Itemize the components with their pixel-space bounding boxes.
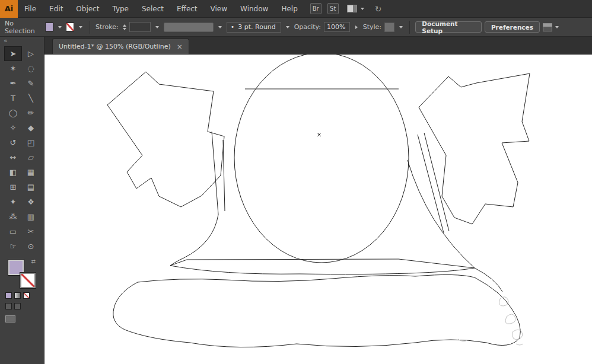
stock-button[interactable]: St <box>327 3 339 14</box>
brush-dot-icon: • <box>231 23 235 31</box>
artboard-tool-icon: ▭ <box>9 227 17 236</box>
swap-fill-stroke-icon[interactable]: ⇄ <box>31 258 36 264</box>
stroke-weight-field[interactable] <box>129 22 151 32</box>
document-tab[interactable]: Untitled-1* @ 150% (RGB/Outline) × <box>52 39 189 54</box>
center-point-mark[interactable] <box>317 133 321 136</box>
menu-help[interactable]: Help <box>275 0 304 18</box>
pen-tool[interactable]: ✒ <box>4 76 22 91</box>
bridge-button[interactable]: Br <box>310 3 322 14</box>
eyedropper-tool-icon: ✦ <box>10 197 17 206</box>
stroke-color-indicator[interactable] <box>20 273 36 288</box>
stroke-weight-stepper[interactable] <box>123 24 126 30</box>
gradient-mode-button[interactable] <box>14 292 21 299</box>
scale-tool-icon: ◰ <box>27 138 34 147</box>
brush-definition-dropdown[interactable]: • 3 pt. Round <box>227 22 281 33</box>
column-graph-tool[interactable]: ▥ <box>22 209 40 224</box>
outline-artwork[interactable] <box>44 55 592 364</box>
tab-close-icon[interactable]: × <box>177 43 183 51</box>
artboard-canvas[interactable] <box>44 55 592 364</box>
brush-chevron-down-icon[interactable] <box>284 23 291 32</box>
selection-tool[interactable]: ➤ <box>4 46 22 61</box>
free-transform-tool[interactable]: ▱ <box>22 150 40 165</box>
separator <box>409 21 410 34</box>
panel-options-icon[interactable] <box>543 23 552 31</box>
symbol-sprayer-tool[interactable]: ⁂ <box>4 209 22 224</box>
magic-wand-tool[interactable]: ✶ <box>4 61 22 76</box>
torso-right-path[interactable] <box>408 160 475 268</box>
screen-mode-button[interactable] <box>5 315 15 323</box>
rotate-tool-icon: ↺ <box>10 138 17 147</box>
pencil-tool[interactable]: ✎ <box>22 76 40 91</box>
blend-tool[interactable]: ❖ <box>22 194 40 209</box>
width-profile-dropdown[interactable] <box>164 23 214 32</box>
menu-type[interactable]: Type <box>106 0 135 18</box>
slice-tool[interactable]: ✂ <box>22 224 40 239</box>
left-wing-path[interactable] <box>107 72 224 207</box>
width-profile-chevron-down-icon[interactable] <box>217 23 224 32</box>
direct-selection-tool-icon: ▷ <box>28 49 34 58</box>
base-slab-path[interactable] <box>170 259 475 274</box>
document-tab-title: Untitled-1* @ 150% (RGB/Outline) <box>59 43 171 50</box>
panel-options-chevron-down-icon[interactable] <box>555 26 559 28</box>
document-setup-button[interactable]: Document Setup <box>415 21 482 33</box>
symbol-sprayer-tool-icon: ⁂ <box>9 212 17 221</box>
width-tool-icon: ↔ <box>10 153 17 162</box>
shape-builder-tool[interactable]: ◧ <box>4 165 22 180</box>
draw-normal-mode-button[interactable] <box>5 303 12 309</box>
slice-tool-icon: ✂ <box>28 227 34 236</box>
menu-select[interactable]: Select <box>135 0 170 18</box>
menu-object[interactable]: Object <box>69 0 106 18</box>
graphic-style-swatch[interactable] <box>384 23 394 32</box>
mesh-tool[interactable]: ⊞ <box>4 180 22 194</box>
shape-builder-tool-icon: ◧ <box>9 168 17 177</box>
color-mode-button[interactable] <box>5 292 12 299</box>
selection-status-label: No Selection <box>5 20 42 35</box>
opacity-input[interactable] <box>324 22 350 32</box>
direct-selection-tool[interactable]: ▷ <box>22 46 40 61</box>
fill-chevron-down-icon[interactable] <box>56 23 63 32</box>
style-label: Style: <box>363 23 381 31</box>
menu-view[interactable]: View <box>204 0 234 18</box>
eraser-tool[interactable]: ◆ <box>22 120 40 135</box>
menu-window[interactable]: Window <box>234 0 275 18</box>
perspective-grid-tool[interactable]: ▦ <box>22 165 40 180</box>
free-transform-tool-icon: ▱ <box>28 153 34 162</box>
zoom-tool-icon: ⊙ <box>28 242 34 251</box>
head-outline-path[interactable] <box>234 55 409 263</box>
hand-tool[interactable]: ☞ <box>4 239 22 254</box>
style-chevron-down-icon[interactable] <box>397 23 405 32</box>
ellipse-tool[interactable]: ◯ <box>4 106 22 120</box>
fill-stroke-indicator: ⇄ <box>8 260 36 288</box>
line-segment-tool[interactable]: ╲ <box>22 91 40 106</box>
lasso-tool[interactable]: ◌ <box>22 61 40 76</box>
paintbrush-tool[interactable]: ✏ <box>22 106 40 120</box>
workspace-chevron-down-icon[interactable] <box>361 8 364 10</box>
stroke-color-swatch[interactable] <box>66 23 74 31</box>
none-mode-button[interactable] <box>23 292 30 299</box>
ellipse-tool-icon: ◯ <box>9 108 18 117</box>
stroke-weight-chevron-down-icon[interactable] <box>154 23 161 32</box>
menu-effect[interactable]: Effect <box>170 0 204 18</box>
workspace-switcher-icon[interactable] <box>347 5 357 12</box>
base-blob-path[interactable] <box>113 274 521 347</box>
menu-file[interactable]: File <box>18 0 43 18</box>
rotate-tool[interactable]: ↺ <box>4 135 22 150</box>
artboard-tool[interactable]: ▭ <box>4 224 22 239</box>
preferences-button[interactable]: Preferences <box>485 21 540 33</box>
touch-gesture-icon[interactable]: ↻ <box>375 4 382 14</box>
menu-edit[interactable]: Edit <box>43 0 69 18</box>
width-tool[interactable]: ↔ <box>4 150 22 165</box>
zoom-tool[interactable]: ⊙ <box>22 239 40 254</box>
draw-behind-mode-button[interactable] <box>14 303 21 309</box>
type-tool[interactable]: T <box>4 91 22 106</box>
left-arm-path[interactable] <box>212 132 225 215</box>
scale-tool[interactable]: ◰ <box>22 135 40 150</box>
tools-panel-collapse-icon[interactable]: « <box>0 37 44 46</box>
fill-color-swatch[interactable] <box>45 23 53 31</box>
gradient-tool[interactable]: ▤ <box>22 180 40 194</box>
torso-left-path[interactable] <box>170 215 218 266</box>
shaper-tool[interactable]: ✧ <box>4 120 22 135</box>
stroke-chevron-down-icon[interactable] <box>77 23 84 32</box>
opacity-slider-arrow-icon[interactable] <box>353 23 360 32</box>
eyedropper-tool[interactable]: ✦ <box>4 194 22 209</box>
